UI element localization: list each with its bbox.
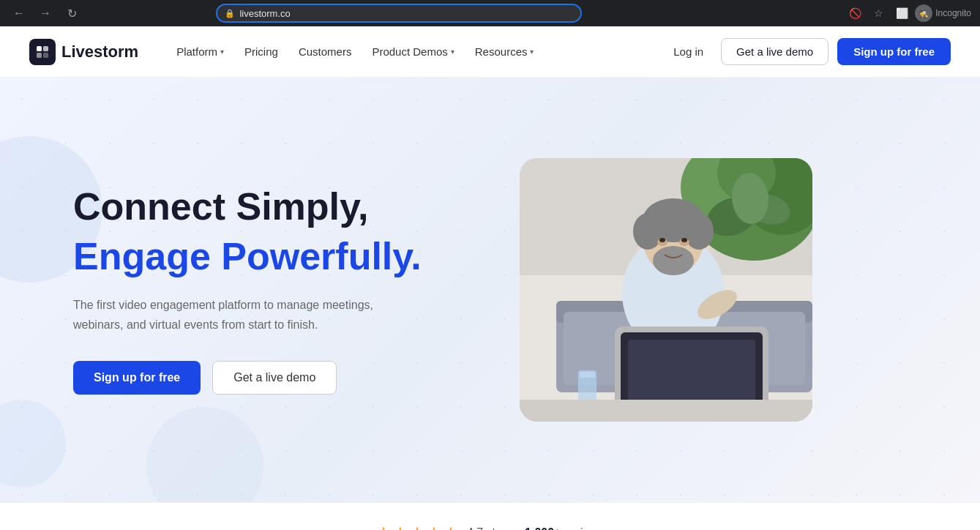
nav-right: Log in Get a live demo Sign up for free [665,38,951,65]
chevron-down-icon: ▾ [451,48,455,56]
logo-icon [29,39,56,65]
nav-item-resources[interactable]: Resources ▾ [466,40,543,64]
review-text: 4.7 stars – 1,000+ reviews [467,526,604,530]
nav-item-pricing[interactable]: Pricing [236,40,287,64]
deco-circle-2 [0,400,66,488]
hero-section: Connect Simply, Engage Powerfully. The f… [0,78,980,502]
bookmark-icon[interactable]: ☆ [868,3,889,23]
hero-signup-button[interactable]: Sign up for free [73,361,201,395]
browser-chrome: ← → ↻ 🔒 livestorm.co 🚫 ☆ ⬜ 🕵 Incognito [0,0,980,26]
url-text: livestorm.co [239,8,290,19]
incognito-avatar: 🕵 [915,4,932,22]
hero-image-wrap [520,158,812,422]
hero-headline-line1: Connect Simply, [73,185,476,229]
hero-image [520,158,812,422]
login-button[interactable]: Log in [665,40,712,64]
back-button[interactable]: ← [9,3,29,23]
hero-description: The first video engagement platform to m… [73,296,381,335]
svg-rect-3 [43,53,48,58]
get-demo-button[interactable]: Get a live demo [721,38,828,65]
nav-item-customers[interactable]: Customers [290,40,361,64]
incognito-label: Incognito [935,8,971,18]
logo-text: Livestorm [61,42,138,61]
svg-rect-32 [628,340,755,406]
hero-demo-button[interactable]: Get a live demo [212,361,337,395]
svg-point-23 [653,246,694,275]
hero-buttons: Sign up for free Get a live demo [73,361,476,395]
star-4: ★ [427,523,441,530]
nav-links: Platform ▾ Pricing Customers Product Dem… [168,40,665,64]
reviews-section: ★ ★ ★ ★ ★ 4.7 stars – 1,000+ reviews [0,502,980,530]
svg-rect-0 [37,46,42,51]
lock-icon: 🔒 [225,9,235,18]
star-3: ★ [410,523,424,530]
navbar: Livestorm Platform ▾ Pricing Customers P… [0,26,980,78]
browser-right-actions: 🚫 ☆ ⬜ 🕵 Incognito [845,3,971,23]
split-view-icon[interactable]: ⬜ [891,3,912,23]
chevron-down-icon: ▾ [530,48,534,56]
svg-rect-36 [520,400,812,422]
hero-headline-line2: Engage Powerfully. [73,235,476,279]
nav-item-product-demos[interactable]: Product Demos ▾ [363,40,463,64]
nav-item-platform[interactable]: Platform ▾ [168,40,233,64]
forward-button[interactable]: → [35,3,56,23]
hero-content: Connect Simply, Engage Powerfully. The f… [73,185,476,395]
signup-button[interactable]: Sign up for free [837,38,951,65]
svg-rect-2 [37,53,42,58]
camera-off-icon[interactable]: 🚫 [845,3,865,23]
svg-rect-1 [43,46,48,51]
reload-button[interactable]: ↻ [61,3,82,23]
svg-point-27 [681,238,687,242]
star-2: ★ [393,523,408,530]
star-5: ★ [444,523,458,530]
hero-photo-svg [520,158,812,422]
svg-rect-35 [580,372,595,378]
logo[interactable]: Livestorm [29,39,138,65]
svg-point-26 [659,238,665,242]
deco-circle-3 [146,407,263,502]
address-bar[interactable]: 🔒 livestorm.co [216,4,582,23]
incognito-badge: 🕵 Incognito [915,4,971,22]
star-1: ★ [376,523,391,530]
chevron-down-icon: ▾ [220,48,224,56]
star-rating: ★ ★ ★ ★ ★ [376,523,458,530]
